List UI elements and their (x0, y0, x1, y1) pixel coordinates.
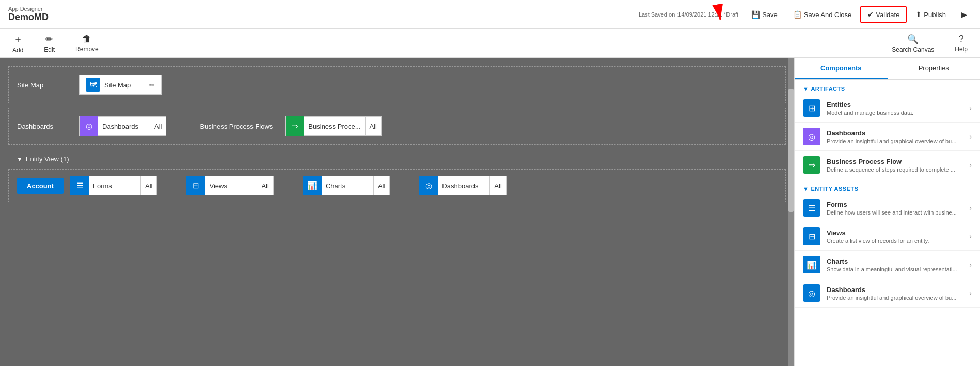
entity-dashboards-component-box[interactable]: ◎ Dashboards All (419, 176, 506, 195)
entity-assets-title: ENTITY ASSETS (811, 186, 858, 192)
ea-dashboards2-chevron: › (969, 289, 972, 297)
views-all-button[interactable]: All (257, 176, 273, 195)
site-map-box[interactable]: 🗺 Site Map ✏ (79, 75, 162, 95)
save-icon: 💾 (751, 10, 760, 19)
validate-button[interactable]: ✔ Validate (860, 6, 907, 23)
tab-properties[interactable]: Properties (888, 58, 981, 79)
row-divider (183, 116, 183, 136)
account-badge: Account (17, 178, 64, 194)
account-entity-row: Account ☰ Forms All ⊟ Views All 📊 Charts (8, 169, 786, 202)
help-icon: ? (959, 34, 964, 44)
help-toolbar-item[interactable]: ? Help (951, 32, 972, 55)
bpf-component-box[interactable]: ⇒ Business Proce... All (285, 116, 382, 136)
app-designer-label: App Designer (8, 6, 49, 12)
charts-component-label: Charts (322, 182, 373, 190)
entity-asset-dashboards2[interactable]: ◎ Dashboards Provide an insightful and g… (795, 279, 980, 308)
canvas-scrollbar-thumb[interactable] (788, 89, 794, 212)
main-layout: Site Map 🗺 Site Map ✏ Dashboards ◎ Dashb… (0, 58, 980, 366)
publish-icon: ⬆ (915, 10, 922, 19)
forms-component-box[interactable]: ☰ Forms All (70, 176, 157, 195)
ea-charts-icon: 📊 (803, 256, 820, 273)
ea-views-desc: Create a list view of records for an ent… (827, 238, 963, 244)
artifact-bpf[interactable]: ⇒ Business Process Flow Define a sequenc… (795, 151, 980, 179)
ea-charts-desc: Show data in a meaningful and visual rep… (827, 266, 963, 272)
entity-asset-forms[interactable]: ☰ Forms Define how users will see and in… (795, 194, 980, 222)
bpf-component-label: Business Proce... (304, 123, 365, 130)
site-map-row-label: Site Map (17, 81, 79, 89)
artifacts-chevron: ▼ (803, 86, 809, 92)
save-label: Save (762, 11, 778, 19)
play-icon: ▶ (961, 10, 967, 19)
ea-charts-text: Charts Show data in a meaningful and vis… (827, 257, 963, 272)
ea-forms-chevron: › (969, 204, 972, 212)
play-button[interactable]: ▶ (955, 7, 974, 22)
entity-dashboards-component-icon: ◎ (419, 176, 438, 195)
dashboards-row-label: Dashboards (17, 123, 79, 130)
ea-dashboards2-desc: Provide an insightful and graphical over… (827, 295, 963, 301)
dashboards-component-box[interactable]: ◎ Dashboards All (79, 116, 166, 136)
views-component-label: Views (205, 182, 257, 190)
charts-all-button[interactable]: All (373, 176, 389, 195)
ea-forms-desc: Define how users will see and interact w… (827, 209, 963, 216)
bpf-row-label: Business Process Flows (200, 123, 273, 130)
save-button[interactable]: 💾 Save (745, 7, 784, 22)
dashboards-all-button[interactable]: All (150, 117, 166, 135)
edit-toolbar-item[interactable]: ✏ Edit (40, 32, 59, 55)
forms-all-button[interactable]: All (140, 176, 156, 195)
app-name: DemoMD (8, 12, 49, 23)
charts-component-icon: 📊 (303, 176, 322, 195)
canvas-area[interactable]: Site Map 🗺 Site Map ✏ Dashboards ◎ Dashb… (0, 58, 794, 366)
ea-charts-title: Charts (827, 257, 963, 265)
tab-components[interactable]: Components (795, 58, 888, 79)
entity-dashboards-all-button[interactable]: All (489, 176, 505, 195)
search-canvas-toolbar-item[interactable]: 🔍 Search Canvas (888, 32, 938, 55)
toolbar: ＋ Add ✏ Edit 🗑 Remove 🔍 Search Canvas ? … (0, 29, 980, 58)
publish-button[interactable]: ⬆ Publish (909, 7, 953, 22)
artifacts-title: ARTIFACTS (811, 86, 845, 92)
ea-charts-chevron: › (969, 261, 972, 269)
edit-sitemap-pencil[interactable]: ✏ (149, 81, 155, 89)
ea-dashboards2-text: Dashboards Provide an insightful and gra… (827, 286, 963, 301)
last-saved-text: Last Saved on :14/09/2021 12:21 *Draft (639, 11, 738, 18)
ea-views-text: Views Create a list view of records for … (827, 229, 963, 244)
entity-asset-views[interactable]: ⊟ Views Create a list view of records fo… (795, 222, 980, 251)
bpf-title: Business Process Flow (827, 158, 963, 165)
bpf-all-button[interactable]: All (365, 117, 381, 135)
save-close-button[interactable]: 📋 Save And Close (786, 7, 859, 22)
help-label: Help (955, 45, 968, 53)
search-canvas-icon: 🔍 (907, 34, 919, 45)
site-map-box-label: Site Map (104, 81, 145, 89)
artifacts-section-title: ▼ ARTIFACTS (795, 80, 980, 94)
ea-forms-text: Forms Define how users will see and inte… (827, 201, 963, 216)
entities-title: Entities (827, 101, 963, 109)
add-label: Add (12, 47, 23, 54)
charts-component-box[interactable]: 📊 Charts All (303, 176, 390, 195)
entity-assets-section-title: ▼ ENTITY ASSETS (795, 179, 980, 194)
publish-label: Publish (924, 11, 946, 19)
panel-tabs: Components Properties (795, 58, 980, 80)
validate-label: Validate (876, 11, 899, 19)
ea-forms-icon: ☰ (803, 199, 820, 217)
bpf-text: Business Process Flow Define a sequence … (827, 158, 963, 173)
artifact-dashboards-icon: ◎ (803, 128, 820, 145)
artifact-entities[interactable]: ⊞ Entities Model and manage business dat… (795, 94, 980, 123)
forms-component-label: Forms (89, 182, 140, 190)
canvas-scrollbar[interactable] (788, 58, 794, 366)
views-component-box[interactable]: ⊟ Views All (186, 176, 273, 195)
dashboards-chevron: › (969, 132, 972, 141)
dashboards-bpf-row: Dashboards ◎ Dashboards All Business Pro… (8, 108, 786, 145)
artifact-dashboards-title: Dashboards (827, 129, 963, 137)
add-icon: ＋ (13, 33, 23, 45)
entity-view-label: Entity View (1) (26, 155, 69, 163)
site-map-row: Site Map 🗺 Site Map ✏ (8, 66, 786, 103)
artifact-dashboards-desc: Provide an insightful and graphical over… (827, 138, 963, 144)
add-toolbar-item[interactable]: ＋ Add (8, 31, 27, 56)
entity-view-chevron[interactable]: ▼ (17, 156, 23, 163)
top-bar: App Designer DemoMD Last Saved on :14/09… (0, 0, 980, 29)
toolbar-right: 🔍 Search Canvas ? Help (888, 32, 972, 55)
bpf-component-icon: ⇒ (286, 116, 304, 136)
entity-asset-charts[interactable]: 📊 Charts Show data in a meaningful and v… (795, 251, 980, 279)
artifact-dashboards[interactable]: ◎ Dashboards Provide an insightful and g… (795, 123, 980, 151)
remove-toolbar-item[interactable]: 🗑 Remove (71, 32, 103, 55)
edit-icon: ✏ (45, 34, 53, 45)
